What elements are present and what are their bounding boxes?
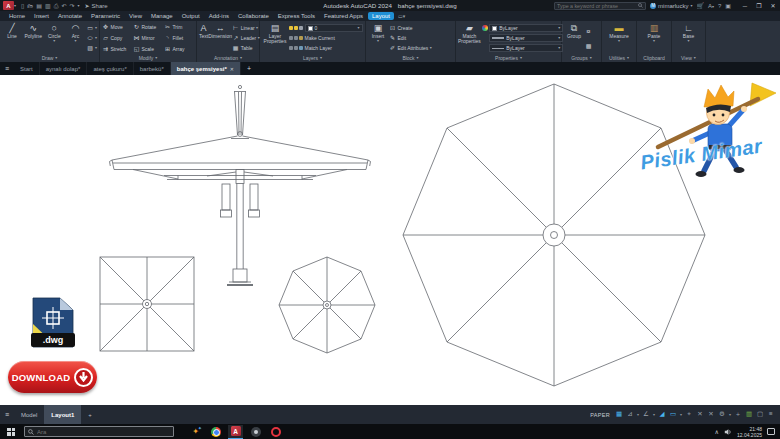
- move-tool-button[interactable]: ✥Move: [102, 24, 133, 30]
- start-button[interactable]: [0, 424, 22, 439]
- save-icon[interactable]: ▤: [36, 3, 42, 9]
- properties-panel-label[interactable]: Properties▾: [456, 54, 561, 62]
- view-panel-label[interactable]: View▾: [672, 54, 705, 62]
- file-tab-ates-cukuru[interactable]: ateş çukuru*: [87, 62, 133, 75]
- groups-panel-label[interactable]: Groups▾: [562, 54, 601, 62]
- layers-panel-label[interactable]: Layers▾: [260, 54, 365, 62]
- app-button[interactable]: [248, 425, 263, 439]
- autodesk-a-icon[interactable]: A▾: [708, 3, 714, 9]
- line-tool-button[interactable]: ╱Line: [2, 22, 22, 54]
- make-current-button[interactable]: Make Current: [289, 34, 363, 43]
- hardware-accel-icon[interactable]: ▥: [744, 411, 754, 418]
- circle-tool-button[interactable]: ○Circle▾: [44, 22, 64, 54]
- dimension-tool-button[interactable]: ↔Dimension: [209, 22, 231, 54]
- array-tool-button[interactable]: ⊞Array: [164, 46, 195, 52]
- stretch-tool-button[interactable]: ⇉Stretch: [102, 46, 133, 52]
- linear-tool-button[interactable]: ⊢Linear▾: [232, 24, 260, 33]
- layer-properties-button[interactable]: ▤Layer Properties: [262, 22, 288, 54]
- edit-attributes-button[interactable]: ✐Edit Attributes▾: [389, 44, 432, 53]
- new-drawing-tab-button[interactable]: +: [241, 62, 257, 75]
- ribbon-tab-home[interactable]: Home: [5, 12, 29, 20]
- ribbon-tab-insert[interactable]: Insert: [30, 12, 53, 20]
- ribbon-tab-express-tools[interactable]: Express Tools: [274, 12, 319, 20]
- drawing-canvas[interactable]: Pislik Mimar .dwg DOWNLOAD: [0, 75, 780, 405]
- plot-icon[interactable]: ⎙: [54, 3, 59, 9]
- insert-block-button[interactable]: ▣Insert▾: [368, 22, 388, 54]
- customize-menu-icon[interactable]: ≡: [766, 411, 776, 418]
- new-layout-button[interactable]: +: [81, 405, 99, 424]
- ungroup-button[interactable]: ⧇: [585, 26, 592, 35]
- open-file-icon[interactable]: 🗁: [27, 3, 33, 9]
- group-edit-button[interactable]: ▩: [585, 41, 592, 50]
- layout1-tab[interactable]: Layout1: [44, 405, 81, 424]
- restore-button[interactable]: ❐: [752, 0, 766, 11]
- file-tab-bahce-semsiyesi[interactable]: bahçe şemsiyesi*✕: [171, 62, 241, 75]
- taskbar-clock[interactable]: 21:48 12.04.2025: [737, 426, 762, 438]
- new-file-icon[interactable]: ▯: [21, 3, 24, 9]
- speaker-icon[interactable]: [724, 428, 732, 436]
- app-store-icon[interactable]: 🛒: [696, 3, 704, 9]
- rotate-tool-button[interactable]: ↻Rotate: [133, 24, 164, 30]
- layout-menu-icon[interactable]: ≡: [0, 405, 14, 424]
- space-indicator[interactable]: PAPER: [590, 412, 610, 418]
- annotation-visibility-icon[interactable]: ✕: [695, 411, 705, 418]
- ribbon-tab-parametric[interactable]: Parametric: [87, 12, 124, 20]
- ribbon-tab-output[interactable]: Output: [178, 12, 204, 20]
- ribbon-tab-featured-apps[interactable]: Featured Apps: [320, 12, 367, 20]
- add-status-icon[interactable]: ＋: [733, 411, 743, 418]
- create-block-button[interactable]: ⊡Create: [389, 24, 432, 33]
- modify-panel-label[interactable]: Modify▾: [100, 54, 196, 62]
- share-button[interactable]: ➤ Share: [85, 3, 108, 9]
- scale-tool-button[interactable]: ◱Scale: [133, 46, 164, 52]
- object-color-dropdown[interactable]: ByLayer▾: [489, 24, 563, 32]
- redo-icon[interactable]: ↷: [70, 3, 75, 9]
- autocad-taskbar-button[interactable]: A: [228, 425, 243, 439]
- utilities-panel-label[interactable]: Utilities▾: [602, 54, 636, 62]
- file-tab-aynali-dolap[interactable]: aynalı dolap*: [40, 62, 88, 75]
- lineweight-dropdown[interactable]: ByLayer▾: [489, 34, 563, 42]
- snap-toggle-icon[interactable]: ⊿: [625, 411, 635, 418]
- arc-tool-button[interactable]: ◠Arc▾: [65, 22, 85, 54]
- grid-toggle-icon[interactable]: ▦: [614, 411, 624, 418]
- text-tool-button[interactable]: AText: [199, 22, 208, 54]
- mirror-tool-button[interactable]: ⋈Mirror: [133, 35, 164, 41]
- polar-tracking-icon[interactable]: ∠: [641, 411, 651, 418]
- group-button[interactable]: ⧉Group: [564, 22, 584, 54]
- help-search-input[interactable]: [557, 3, 636, 9]
- download-button[interactable]: DOWNLOAD: [8, 361, 97, 393]
- chrome-button[interactable]: [208, 425, 223, 439]
- opera-button[interactable]: [268, 425, 283, 439]
- leader-tool-button[interactable]: ↗Leader▾: [232, 34, 260, 43]
- file-tabs-menu-icon[interactable]: ≡: [0, 62, 14, 75]
- edit-block-button[interactable]: ✎Edit: [389, 34, 432, 43]
- table-tool-button[interactable]: ▦Table: [232, 44, 260, 53]
- ribbon-tab-annotate[interactable]: Annotate: [54, 12, 86, 20]
- copilot-button[interactable]: ✦✦: [188, 425, 203, 439]
- account-menu[interactable]: M mimarlucky ▾: [650, 3, 692, 9]
- file-tab-barbeku[interactable]: barbekü*: [134, 62, 171, 75]
- layer-dropdown[interactable]: 0▾: [305, 24, 363, 32]
- ribbon-tab-layout[interactable]: Layout: [368, 12, 394, 20]
- ribbon-tab-addins[interactable]: Add-ins: [205, 12, 233, 20]
- match-layer-button[interactable]: Match Layer: [289, 44, 363, 53]
- base-view-button[interactable]: ∟Base▾: [678, 22, 700, 54]
- clean-screen-icon[interactable]: ▢: [755, 411, 765, 418]
- close-tab-icon[interactable]: ✕: [230, 66, 234, 72]
- clipboard-panel-label[interactable]: Clipboard: [637, 54, 671, 62]
- ellipse-tool-button[interactable]: ⬭▾: [87, 34, 98, 43]
- ribbon-display-toggle-icon[interactable]: ▭▾: [398, 13, 405, 19]
- fillet-tool-button[interactable]: ◝Fillet: [164, 35, 195, 41]
- taskbar-search-input[interactable]: [37, 429, 170, 435]
- save-as-icon[interactable]: ▥: [45, 3, 51, 9]
- copy-tool-button[interactable]: ▱Copy: [102, 35, 133, 41]
- tray-expand-icon[interactable]: ∧: [715, 428, 719, 435]
- taskbar-search-box[interactable]: [24, 426, 174, 437]
- file-tab-start[interactable]: Start: [14, 62, 40, 75]
- notifications-icon[interactable]: ▣: [725, 3, 731, 9]
- trim-tool-button[interactable]: ✂Trim: [164, 24, 195, 30]
- polyline-tool-button[interactable]: ∿Polyline: [23, 22, 43, 54]
- minimize-button[interactable]: ─: [738, 0, 752, 11]
- 3d-osnap-icon[interactable]: ⌖: [684, 411, 694, 418]
- help-icon[interactable]: ?: [718, 3, 721, 9]
- rectangle-tool-button[interactable]: ▭▾: [87, 24, 98, 33]
